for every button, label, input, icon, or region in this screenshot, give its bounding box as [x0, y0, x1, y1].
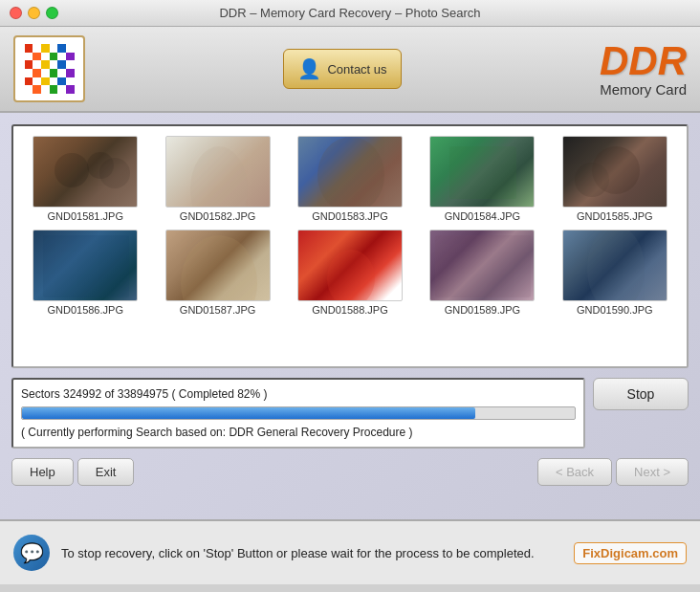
checker-logo — [25, 44, 75, 94]
photo-label-5: GND01585.JPG — [577, 210, 652, 222]
photo-thumb-2 — [165, 136, 271, 208]
photo-thumb-10 — [562, 230, 667, 301]
photo-grid: GND01581.JPG GND01582.JPG GND01583.JPG — [23, 136, 677, 316]
photo-thumb-6 — [33, 230, 138, 301]
photo-label-1: GND01581.JPG — [47, 210, 122, 222]
photo-item-5[interactable]: GND01585.JPG — [553, 136, 677, 222]
maximize-button[interactable] — [46, 7, 58, 19]
photo-label-10: GND01590.JPG — [577, 304, 652, 316]
svg-rect-5 — [449, 146, 516, 199]
minimize-button[interactable] — [28, 7, 40, 19]
photo-item-7[interactable]: GND01587.JPG — [155, 230, 279, 316]
photo-item-8[interactable]: GND01588.JPG — [288, 230, 412, 316]
svg-rect-8 — [43, 235, 129, 297]
svg-point-2 — [99, 158, 130, 188]
close-button[interactable] — [10, 7, 22, 19]
photo-item-1[interactable]: GND01581.JPG — [23, 136, 147, 222]
photo-label-3: GND01583.JPG — [312, 210, 387, 222]
photo-label-4: GND01584.JPG — [445, 210, 520, 222]
photo-label-7: GND01587.JPG — [180, 304, 255, 316]
svg-point-7 — [575, 163, 609, 197]
brand-subtitle: Memory Card — [600, 81, 687, 98]
photo-label-9: GND01589.JPG — [445, 304, 520, 316]
back-button[interactable]: < Back — [537, 458, 612, 486]
brand-area: DDR Memory Card — [600, 41, 687, 98]
photo-label-2: GND01582.JPG — [180, 210, 255, 222]
info-icon: 💬 — [13, 535, 50, 571]
photo-thumb-8 — [297, 230, 403, 301]
contact-icon: 👤 — [297, 57, 321, 80]
progress-bar-container — [21, 406, 576, 420]
progress-bar-fill — [22, 407, 475, 419]
photo-grid-container[interactable]: GND01581.JPG GND01582.JPG GND01583.JPG — [11, 124, 689, 368]
photo-thumb-3 — [297, 136, 403, 208]
main-content: GND01581.JPG GND01582.JPG GND01583.JPG — [0, 113, 700, 519]
exit-button[interactable]: Exit — [77, 458, 135, 486]
svg-point-10 — [327, 250, 375, 301]
status-box: Sectors 324992 of 33894975 ( Completed 8… — [11, 378, 585, 449]
photo-thumb-9 — [429, 230, 535, 301]
photo-thumb-1 — [33, 136, 138, 208]
photo-label-8: GND01588.JPG — [312, 304, 387, 316]
photo-item-4[interactable]: GND01584.JPG — [420, 136, 544, 222]
photo-item-6[interactable]: GND01586.JPG — [23, 230, 147, 316]
svg-rect-11 — [435, 235, 531, 297]
brand-title: DDR — [600, 41, 687, 81]
svg-point-3 — [190, 146, 248, 208]
stop-button[interactable]: Stop — [593, 378, 689, 410]
photo-item-3[interactable]: GND01583.JPG — [288, 136, 412, 222]
help-button[interactable]: Help — [11, 458, 74, 486]
status-top-text: Sectors 324992 of 33894975 ( Completed 8… — [21, 387, 576, 401]
info-bar: 💬 To stop recovery, click on 'Stop' Butt… — [0, 519, 700, 584]
svg-point-0 — [55, 153, 89, 187]
photo-item-10[interactable]: GND01590.JPG — [553, 230, 677, 316]
photo-item-2[interactable]: GND01582.JPG — [155, 136, 279, 222]
next-button[interactable]: Next > — [616, 458, 689, 486]
svg-point-12 — [587, 230, 645, 301]
photo-thumb-4 — [429, 136, 535, 208]
title-bar: DDR – Memory Card Recovery – Photo Searc… — [0, 0, 700, 27]
status-bottom-text: ( Currently performing Search based on: … — [21, 426, 576, 439]
info-text: To stop recovery, click on 'Stop' Button… — [61, 546, 562, 560]
app-logo — [13, 35, 85, 102]
svg-point-9 — [181, 235, 257, 301]
photo-label-6: GND01586.JPG — [47, 304, 122, 316]
window-controls — [10, 7, 58, 19]
contact-button[interactable]: 👤 Contact us — [283, 49, 401, 89]
photo-thumb-5 — [562, 136, 667, 208]
bottom-buttons: Help Exit < Back Next > — [11, 458, 689, 486]
watermark: FixDigicam.com — [574, 542, 687, 564]
app-header: 👤 Contact us DDR Memory Card — [0, 27, 700, 113]
photo-item-9[interactable]: GND01589.JPG — [420, 230, 544, 316]
svg-point-4 — [317, 137, 384, 208]
contact-label: Contact us — [327, 62, 386, 77]
status-area: Sectors 324992 of 33894975 ( Completed 8… — [11, 378, 689, 449]
photo-thumb-7 — [165, 230, 271, 301]
window-title: DDR – Memory Card Recovery – Photo Searc… — [219, 6, 480, 20]
